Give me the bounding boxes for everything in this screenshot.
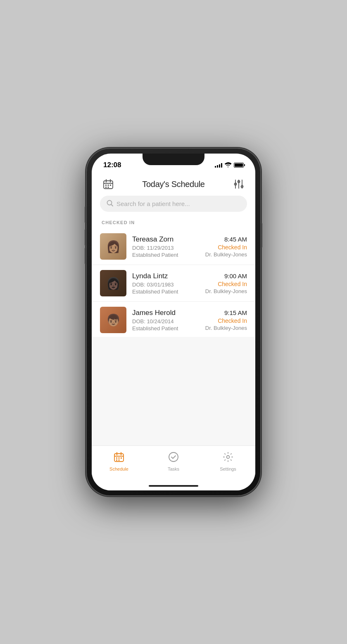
battery-icon <box>234 163 244 168</box>
patient-status: 9:15 AM Checked In Dr. Bulkley-Jones <box>205 309 247 331</box>
svg-point-29 <box>227 456 230 459</box>
empty-area <box>92 337 255 445</box>
nav-item-settings[interactable]: Settings <box>201 450 255 473</box>
patient-type: Established Patient <box>132 252 200 258</box>
patient-dob: DOB: 10/24/2014 <box>132 318 200 324</box>
status-badge: Checked In <box>205 244 247 251</box>
svg-rect-26 <box>116 459 117 461</box>
app-content: Today's Schedule <box>92 173 255 445</box>
list-item[interactable]: 👩🏽 Tereasa Zorn DOB: 11/29/2013 Establis… <box>92 228 255 265</box>
patient-list: 👩🏽 Tereasa Zorn DOB: 11/29/2013 Establis… <box>92 228 255 337</box>
svg-rect-25 <box>121 457 122 459</box>
svg-rect-6 <box>110 185 111 186</box>
patient-name: Lynda Lintz <box>132 272 200 280</box>
svg-point-28 <box>169 452 178 462</box>
avatar-face: 👦🏽 <box>100 307 126 333</box>
avatar-face: 👩🏿 <box>100 270 126 296</box>
tasks-icon <box>168 452 179 465</box>
settings-label: Settings <box>220 466 236 471</box>
page-title: Today's Schedule <box>142 180 204 189</box>
list-item[interactable]: 👦🏽 James Herold DOB: 10/24/2014 Establis… <box>92 302 255 337</box>
nav-item-tasks[interactable]: Tasks <box>146 450 201 473</box>
avatar: 👩🏽 <box>100 233 126 260</box>
search-bar[interactable]: Search for a patient here... <box>100 196 247 212</box>
notch <box>143 154 204 165</box>
appointment-time: 8:45 AM <box>205 236 247 243</box>
patient-dob: DOB: 03/01/1983 <box>132 282 200 288</box>
appointment-time: 9:15 AM <box>205 309 247 316</box>
schedule-icon <box>114 452 124 465</box>
search-placeholder: Search for a patient here... <box>116 200 190 207</box>
app-header: Today's Schedule <box>92 173 255 196</box>
phone-frame: 12:08 <box>87 149 260 495</box>
patient-status: 9:00 AM Checked In Dr. Bulkley-Jones <box>205 272 247 294</box>
filter-icon[interactable] <box>232 178 245 191</box>
doctor-name: Dr. Bulkley-Jones <box>205 325 247 331</box>
status-icons <box>215 162 244 168</box>
status-badge: Checked In <box>205 317 247 324</box>
nav-item-schedule[interactable]: Schedule <box>92 450 146 473</box>
svg-rect-23 <box>116 457 117 459</box>
svg-line-18 <box>111 204 113 206</box>
bottom-nav: Schedule Tasks <box>92 445 255 481</box>
svg-rect-7 <box>105 187 107 188</box>
phone-screen: 12:08 <box>92 154 255 490</box>
avatar: 👩🏿 <box>100 270 126 296</box>
settings-icon <box>223 452 233 465</box>
patient-type: Established Patient <box>132 289 200 295</box>
calendar-icon[interactable] <box>102 178 115 191</box>
wifi-icon <box>225 162 231 168</box>
search-icon <box>107 200 113 208</box>
avatar: 👦🏽 <box>100 307 126 333</box>
svg-rect-5 <box>108 185 109 186</box>
home-indicator <box>92 481 255 490</box>
avatar-face: 👩🏽 <box>100 233 126 260</box>
patient-status: 8:45 AM Checked In Dr. Bulkley-Jones <box>205 236 247 258</box>
patient-name: Tereasa Zorn <box>132 235 200 244</box>
status-time: 12:08 <box>103 161 121 169</box>
schedule-label: Schedule <box>109 466 128 471</box>
svg-rect-24 <box>119 457 120 459</box>
status-badge: Checked In <box>205 281 247 287</box>
doctor-name: Dr. Bulkley-Jones <box>205 251 247 258</box>
home-bar <box>149 485 198 487</box>
patient-type: Established Patient <box>132 325 200 331</box>
patient-dob: DOB: 11/29/2013 <box>132 245 200 251</box>
patient-name: James Herold <box>132 309 200 317</box>
patient-info: James Herold DOB: 10/24/2014 Established… <box>132 309 200 331</box>
doctor-name: Dr. Bulkley-Jones <box>205 288 247 294</box>
svg-rect-4 <box>105 185 107 186</box>
svg-rect-8 <box>108 187 109 188</box>
section-header: CHECKED IN <box>92 218 255 228</box>
svg-rect-27 <box>119 459 120 461</box>
tasks-label: Tasks <box>168 466 179 471</box>
patient-info: Tereasa Zorn DOB: 11/29/2013 Established… <box>132 235 200 258</box>
patient-info: Lynda Lintz DOB: 03/01/1983 Established … <box>132 272 200 295</box>
list-item[interactable]: 👩🏿 Lynda Lintz DOB: 03/01/1983 Establish… <box>92 265 255 302</box>
appointment-time: 9:00 AM <box>205 272 247 279</box>
signal-icon <box>215 163 222 168</box>
